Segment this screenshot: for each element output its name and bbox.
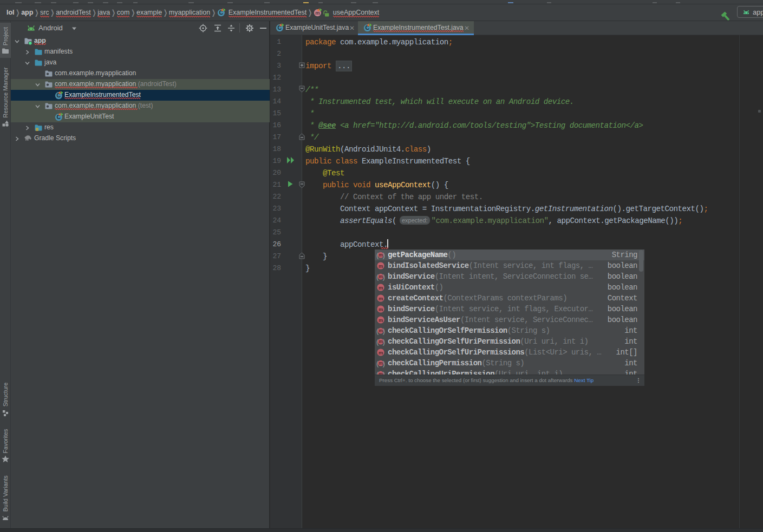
svg-text:m: m — [379, 295, 383, 301]
svg-text:): ) — [383, 338, 385, 346]
svg-text:): ) — [383, 327, 385, 335]
svg-text:m: m — [379, 285, 383, 291]
svg-text:): ) — [383, 273, 385, 281]
svg-text:): ) — [383, 252, 385, 259]
svg-text:m: m — [379, 350, 383, 356]
svg-text:): ) — [383, 360, 385, 367]
svg-text:m: m — [379, 317, 383, 323]
svg-text:): ) — [383, 371, 385, 375]
svg-text:m: m — [379, 263, 383, 269]
svg-text:m: m — [379, 306, 383, 312]
